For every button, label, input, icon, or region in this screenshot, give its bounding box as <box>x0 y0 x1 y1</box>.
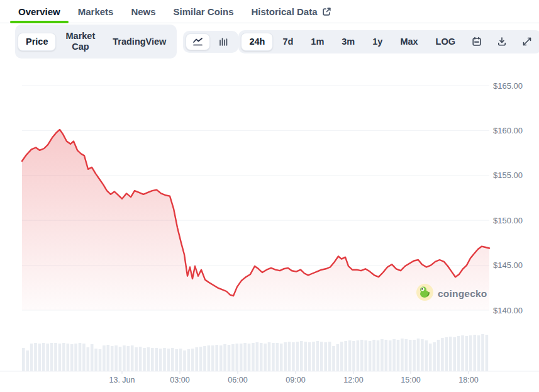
volume-bar <box>364 340 367 371</box>
volume-bar <box>199 347 203 371</box>
volume-bar <box>392 339 396 371</box>
range-1y-button[interactable]: 1y <box>364 33 391 51</box>
volume-bar <box>231 344 235 371</box>
volume-bar <box>316 341 320 371</box>
tab-similar-coins[interactable]: Similar Coins <box>165 0 242 23</box>
y-axis-label: $160.00 <box>493 126 523 135</box>
volume-bar <box>151 348 154 371</box>
volume-bar <box>372 340 375 371</box>
volume-bar <box>82 344 86 371</box>
x-axis-label: 15:00 <box>401 376 420 384</box>
candles-chart-button[interactable] <box>211 33 236 50</box>
volume-bar <box>211 345 214 371</box>
range-7d-button[interactable]: 7d <box>274 33 301 51</box>
x-axis-label: 13. Jun <box>109 376 135 384</box>
volume-bar <box>477 335 481 371</box>
volume-bar <box>123 345 126 371</box>
volume-bar <box>203 346 206 371</box>
date-range-button[interactable] <box>465 33 489 50</box>
volume-bar <box>296 342 299 371</box>
volume-bar <box>175 349 178 371</box>
range-3m-button[interactable]: 3m <box>333 33 363 51</box>
fullscreen-button[interactable] <box>515 33 539 50</box>
market-cap-button[interactable]: Market Cap <box>57 27 103 56</box>
volume-bar <box>111 346 114 371</box>
volume-bar <box>135 347 138 371</box>
volume-bar <box>248 344 251 371</box>
y-axis-label: $165.00 <box>493 81 523 91</box>
volume-bar <box>191 349 194 371</box>
calendar-icon <box>472 36 482 47</box>
price-button[interactable]: Price <box>18 33 56 51</box>
volume-bar <box>328 342 331 371</box>
tab-label: Historical Data <box>251 6 317 17</box>
volume-bar <box>284 342 287 371</box>
volume-bar <box>332 346 335 371</box>
y-axis-label: $155.00 <box>493 171 523 180</box>
volume-bar <box>377 340 380 371</box>
volume-bar <box>228 345 231 371</box>
volume-bar <box>30 344 33 371</box>
tab-news[interactable]: News <box>123 0 164 23</box>
volume-bar <box>268 342 271 371</box>
volume-bar <box>167 349 170 371</box>
volume-bar <box>38 344 42 371</box>
volume-bar <box>360 340 364 371</box>
volume-bar <box>308 342 311 371</box>
volume-bar <box>114 345 118 371</box>
volume-bar <box>79 343 82 371</box>
range-24h-button[interactable]: 24h <box>241 33 273 51</box>
volume-bar <box>481 334 484 371</box>
y-axis-label: $145.00 <box>493 260 523 270</box>
log-scale-button[interactable]: LOG <box>428 33 464 51</box>
volume-bar <box>127 346 130 371</box>
volume-bar <box>171 348 174 371</box>
volume-bar <box>288 342 291 371</box>
volume-bar <box>453 337 456 371</box>
volume-bar <box>119 347 122 371</box>
volume-bar <box>425 340 428 371</box>
volume-bar <box>50 343 53 371</box>
volume-bar <box>417 339 420 371</box>
tab-label: News <box>131 6 155 17</box>
line-chart-button[interactable] <box>186 33 210 50</box>
volume-bar <box>260 343 263 371</box>
page-tabs: Overview Markets News Similar Coins Hist… <box>0 0 539 23</box>
x-axis-label: 18:00 <box>458 376 478 384</box>
volume-bar <box>433 342 436 371</box>
download-button[interactable] <box>490 33 514 50</box>
tab-markets[interactable]: Markets <box>70 0 122 23</box>
volume-bar <box>223 344 226 371</box>
tab-overview[interactable]: Overview <box>10 0 69 23</box>
range-1m-button[interactable]: 1m <box>303 33 332 51</box>
volume-bar <box>344 341 347 371</box>
volume-bar <box>441 338 444 371</box>
volume-bar <box>357 340 360 371</box>
volume-bar <box>87 347 90 371</box>
volume-bar <box>147 347 150 371</box>
volume-bar <box>413 340 416 371</box>
volume-bar <box>139 347 142 371</box>
volume-bar <box>292 342 295 371</box>
volume-bar <box>276 343 279 371</box>
volume-bar <box>22 348 25 371</box>
volume-bar <box>401 339 404 371</box>
tradingview-button[interactable]: TradingView <box>104 33 174 51</box>
x-axis-label: 12:00 <box>343 376 363 384</box>
range-max-button[interactable]: Max <box>392 33 426 51</box>
x-axis-label: 09:00 <box>286 376 305 384</box>
price-area-fill <box>22 130 489 310</box>
tab-label: Similar Coins <box>174 6 234 17</box>
volume-bar <box>183 350 186 371</box>
tab-historical-data[interactable]: Historical Data <box>243 0 339 23</box>
volume-bar <box>469 335 472 371</box>
time-range-segmented-control: 24h 7d 1m 3m 1y Max LOG <box>238 30 539 53</box>
volume-bar <box>42 343 45 371</box>
volume-bar <box>159 349 162 371</box>
price-chart-canvas[interactable]: $165.00$160.00$155.00$150.00$145.00$140.… <box>0 0 539 392</box>
x-axis-label: 03:00 <box>170 376 189 384</box>
volume-bar <box>236 344 239 371</box>
volume-bar <box>437 340 440 371</box>
volume-bar <box>58 344 62 371</box>
chart-type-segmented-control <box>183 31 238 53</box>
